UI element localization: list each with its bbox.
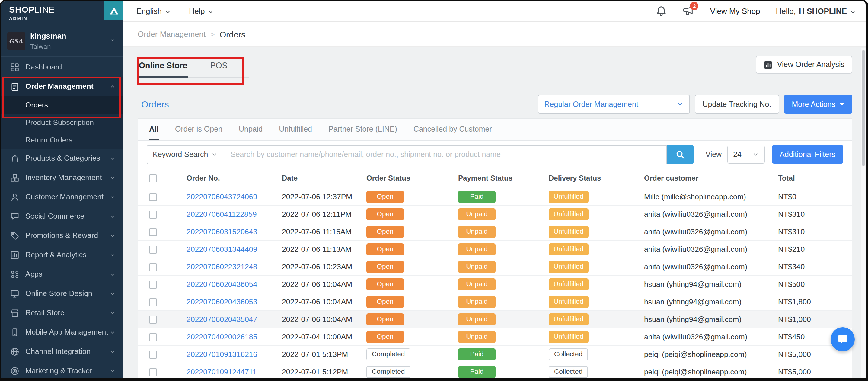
order-number-link[interactable]: 20220701091316216 xyxy=(187,350,257,359)
row-checkbox[interactable] xyxy=(149,281,157,289)
order-row: 202207060437240692022-07-06 12:37PMOpenP… xyxy=(138,188,852,206)
sidebar-item-mobile-app-management[interactable]: Mobile App Management xyxy=(1,322,123,342)
sidebar-item-customer-management[interactable]: Customer Management xyxy=(1,187,123,206)
row-checkbox[interactable] xyxy=(149,333,157,341)
sidebar-item-label: Order Management xyxy=(25,82,109,91)
order-number-cell: 20220706022321248 xyxy=(176,263,271,271)
view-my-shop-link[interactable]: View My Shop xyxy=(710,7,760,16)
select-all-cell xyxy=(138,174,176,183)
sidebar-item-label: Retail Store xyxy=(25,309,109,317)
logo-text-secondary: LINE xyxy=(35,5,55,14)
order-status-cell: Open xyxy=(355,279,447,290)
row-checkbox[interactable] xyxy=(149,263,157,271)
store-tab-pos[interactable]: POS xyxy=(209,56,229,78)
row-checkbox[interactable] xyxy=(149,193,157,201)
breadcrumb-parent[interactable]: Order Management xyxy=(137,30,206,39)
sidebar-item-online-store-design[interactable]: Online Store Design xyxy=(1,284,123,303)
caret-down-icon xyxy=(840,103,844,105)
chevron-down-icon xyxy=(677,101,683,108)
chevron-down-icon xyxy=(109,37,116,56)
sidebar-item-label: Products & Categories xyxy=(25,154,109,163)
delivery-status-badge: Unfulfilled xyxy=(549,261,588,273)
order-management-mode-select[interactable]: Regular Order Management xyxy=(538,95,690,114)
order-number-link[interactable]: 20220706043724069 xyxy=(187,193,257,201)
select-all-checkbox[interactable] xyxy=(149,175,157,182)
report-icon xyxy=(10,250,19,259)
sidebar-group-order-management: Order ManagementOrdersProduct Subscripti… xyxy=(1,77,123,149)
more-actions-button[interactable]: More Actions xyxy=(784,95,852,114)
order-number-link[interactable]: 20220706031344409 xyxy=(187,245,257,254)
sidebar-item-promotions-reward[interactable]: Promotions & Reward xyxy=(1,226,123,245)
sidebar-item-dashboard[interactable]: Dashboard xyxy=(1,57,123,77)
search-button[interactable] xyxy=(667,145,693,164)
delivery-status-cell: Unfulfilled xyxy=(538,279,633,290)
orders-icon xyxy=(10,82,19,91)
sidebar-item-apps[interactable]: Apps xyxy=(1,264,123,284)
payment-status-cell: Unpaid xyxy=(447,279,538,290)
breadcrumb-current: Orders xyxy=(220,29,246,39)
row-checkbox[interactable] xyxy=(149,351,157,359)
order-number-link[interactable]: 20220701091244711 xyxy=(187,368,256,376)
row-checkbox[interactable] xyxy=(149,228,157,236)
page-size-select[interactable]: 24 xyxy=(727,145,765,163)
order-number-link[interactable]: 20220706020436054 xyxy=(187,280,257,289)
account-menu[interactable]: Hello, H SHOPLINE xyxy=(776,7,856,16)
filter-tab-partner-store-line[interactable]: Partner Store (LINE) xyxy=(329,119,397,140)
scrollbar-thumb[interactable] xyxy=(862,50,865,166)
greeting-prefix: Hello, xyxy=(776,7,796,16)
order-number-link[interactable]: 20220706041122859 xyxy=(187,210,256,218)
order-number-cell: 20220701091244711 xyxy=(176,368,271,376)
search-input[interactable] xyxy=(223,145,667,164)
sidebar-item-label: Channel Integration xyxy=(25,347,109,356)
workspace-switcher[interactable]: GSA kingsman Taiwan xyxy=(1,25,123,57)
sidebar-subitem-orders[interactable]: Orders xyxy=(1,96,123,114)
filter-tab-all[interactable]: All xyxy=(149,119,159,140)
row-checkbox[interactable] xyxy=(149,211,157,218)
order-row: 202207060411228592022-07-06 12:11PMOpenU… xyxy=(138,206,852,224)
filter-tab-cancelled-by-customer[interactable]: Cancelled by Customer xyxy=(413,119,492,140)
row-checkbox[interactable] xyxy=(149,368,157,376)
row-checkbox[interactable] xyxy=(149,316,157,324)
sidebar-subitem-product-subscription[interactable]: Product Subscription xyxy=(1,114,123,131)
notifications-bell-icon[interactable] xyxy=(656,5,667,17)
row-checkbox[interactable] xyxy=(149,298,157,306)
view-order-analysis-button[interactable]: View Order Analysis xyxy=(756,56,852,74)
sidebar-item-products-categories[interactable]: Products & Categories xyxy=(1,149,123,168)
chevron-down-icon xyxy=(109,290,116,297)
order-status-badge: Open xyxy=(366,209,404,221)
keyword-search-mode-select[interactable]: Keyword Search xyxy=(147,145,223,164)
store-tab-online-store[interactable]: Online Store xyxy=(137,56,189,78)
sidebar-item-inventory-management[interactable]: Inventory Management xyxy=(1,168,123,187)
payment-status-badge: Unpaid xyxy=(458,296,496,308)
order-status-cell: Open xyxy=(355,261,447,273)
filter-tab-unpaid[interactable]: Unpaid xyxy=(239,119,262,140)
additional-filters-button[interactable]: Additional Filters xyxy=(772,145,843,164)
sidebar-item-social-commerce[interactable]: Social Commerce xyxy=(1,206,123,226)
sidebar-item-order-management[interactable]: Order Management xyxy=(1,77,123,96)
language-label: English xyxy=(136,7,162,16)
update-tracking-button[interactable]: Update Tracking No. xyxy=(695,95,779,114)
sidebar-item-report-analytics[interactable]: Report & Analytics xyxy=(1,245,123,264)
order-number-link[interactable]: 20220706020435047 xyxy=(187,315,257,324)
live-chat-button[interactable] xyxy=(831,327,855,351)
announcements-megaphone-icon[interactable]: 2 xyxy=(683,5,694,17)
payment-status-cell: Paid xyxy=(447,349,538,360)
sidebar-subitem-return-orders[interactable]: Return Orders xyxy=(1,131,123,149)
row-checkbox-cell xyxy=(138,350,176,359)
vertical-scrollbar[interactable] xyxy=(861,48,866,378)
order-status-cell: Open xyxy=(355,331,447,343)
sidebar-item-retail-store[interactable]: Retail Store xyxy=(1,303,123,322)
order-number-link[interactable]: 20220704020026185 xyxy=(187,333,257,341)
filter-tab-unfulfilled[interactable]: Unfulfilled xyxy=(279,119,312,140)
sidebar-item-channel-integration[interactable]: Channel Integration xyxy=(1,342,123,361)
sidebar-item-marketing-tracker[interactable]: Marketing & Tracker xyxy=(1,361,123,378)
order-number-link[interactable]: 20220706031520643 xyxy=(187,228,257,236)
order-number-link[interactable]: 20220706022321248 xyxy=(187,263,257,271)
order-number-link[interactable]: 20220706020436053 xyxy=(187,298,257,306)
chat-bubble-icon xyxy=(837,333,849,345)
row-checkbox[interactable] xyxy=(149,246,157,254)
language-menu[interactable]: English xyxy=(136,7,171,16)
order-number-cell: 20220704020026185 xyxy=(176,333,271,341)
filter-tab-order-is-open[interactable]: Order is Open xyxy=(175,119,222,140)
help-menu[interactable]: Help xyxy=(189,7,214,16)
